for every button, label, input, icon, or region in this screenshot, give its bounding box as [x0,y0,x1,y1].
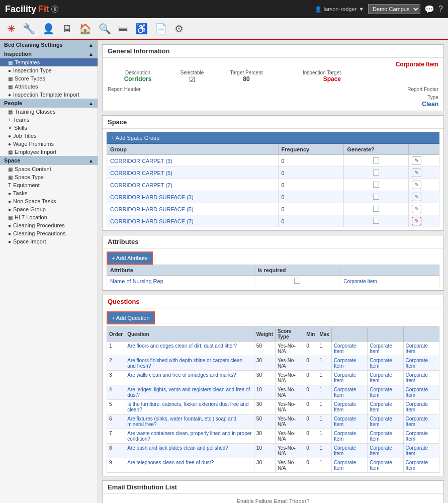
space-edit-btn[interactable]: ✎ [408,167,439,179]
sidebar-item-label-space-type: Space Type [15,174,44,180]
space-table-row: CORRIDOR HARD SURFACE (7) 0 ✎ [107,215,439,227]
add-question-btn[interactable]: + Add Question [107,311,155,324]
q-corp2: Corporate Item [368,385,403,400]
sidebar-item-wage-premiums[interactable]: ● Wage Premiums [0,140,98,148]
space-edit-btn[interactable]: ✎ [408,191,439,203]
toolbar: ✳ 🔧 👤 🖥 🏠 🔍 🛏 ♿ 📄 ⚙ [0,18,448,40]
col-generate: Generate? [344,144,409,155]
q-text: Are telephones clean and free of dust? [125,458,254,473]
sidebar-item-templates[interactable]: ▦ Templates [0,58,98,66]
sidebar-section-header-bed[interactable]: Bed Cleaning Settings ▲ [0,40,98,49]
toolbar-home2[interactable]: 🏠 [77,21,94,37]
report-footer-label: Report Footer [407,87,438,92]
q-col-max: Max [317,327,331,342]
toolbar-bed[interactable]: 🛏 [116,21,130,37]
questions-section: Questions + Add Question Order Question … [102,295,444,476]
sidebar-item-training-classes[interactable]: ▦ Training Classes [0,108,98,116]
toolbar-monitor[interactable]: 🖥 [60,21,74,37]
sidebar-item-skills[interactable]: ✕ Skills [0,124,98,132]
sidebar-item-job-titles[interactable]: ● Job Titles [0,132,98,140]
q-max: 1 [317,342,331,356]
sidebar-item-space-group[interactable]: ● Space Group [0,205,98,213]
space-generate-check[interactable] [344,215,409,227]
space-type-icon: ▦ [8,175,13,180]
edit-button[interactable]: ✎ [412,181,421,189]
edit-button[interactable]: ✎ [412,205,421,213]
general-info-section: General Information Corporate Item Descr… [102,44,444,111]
sidebar-item-equipment[interactable]: T Equipment [0,181,98,189]
help-icon[interactable]: ? [438,5,443,14]
space-group-name: CORRIDOR HARD SURFACE (3) [107,191,279,203]
space-edit-btn[interactable]: ✎ [408,203,439,215]
space-table-row: CORRIDOR HARD SURFACE (5) 0 ✎ [107,203,439,215]
toolbar-search[interactable]: 🔍 [97,21,113,37]
col-group: Group [107,144,279,155]
tasks-icon: ● [8,191,11,196]
sidebar-item-inspection-type[interactable]: ● Inspection Type [0,66,98,74]
toolbar-user[interactable]: 👤 [40,21,57,37]
sidebar-section-header-space[interactable]: Space ▲ [0,156,98,165]
attr-name: Name of Nursing Rep [107,276,254,287]
space-edit-btn[interactable]: ✎ [408,215,439,227]
q-col-min: Min [304,327,317,342]
space-generate-check[interactable] [344,179,409,191]
space-table: Group Frequency Generate? CORRIDOR CARPE… [107,144,439,227]
space-group-name: CORRIDOR HARD SURFACE (7) [107,215,279,227]
edit-button[interactable]: ✎ [412,217,421,225]
logo-facility: Facility [5,4,36,15]
toolbar-accessible[interactable]: ♿ [133,21,150,37]
sidebar-item-teams[interactable]: + Teams [0,116,98,124]
q-col-c1 [331,327,367,342]
attr-required-check[interactable] [254,276,340,287]
add-attribute-btn[interactable]: + Add Attribute [107,252,153,265]
sidebar-item-space-type[interactable]: ▦ Space Type [0,173,98,181]
sidebar-item-cleaning-procedures[interactable]: ● Cleaning Procedures [0,221,98,229]
selectable-checkbox[interactable]: ☑ [189,75,196,83]
toolbar-home[interactable]: ✳ [5,21,18,37]
edit-button[interactable]: ✎ [412,156,421,165]
sidebar-item-space-import[interactable]: ● Space Import [0,237,98,245]
space-generate-check[interactable] [344,167,409,179]
sidebar-item-hl7-location[interactable]: ▦ HL7 Location [0,213,98,221]
space-edit-btn[interactable]: ✎ [408,155,439,167]
space-table-row: CORRIDOR CARPET (5) 0 ✎ [107,167,439,179]
edit-button[interactable]: ✎ [412,169,421,177]
sidebar-section-header-inspection[interactable]: Inspection ▲ [0,49,98,58]
question-table-row: 4 Are ledges, lights, vents and register… [107,385,439,400]
chat-icon[interactable]: 💬 [424,5,434,14]
logo-info-icon: ℹ [51,6,58,13]
space-edit-btn[interactable]: ✎ [408,179,439,191]
sidebar-item-non-space-tasks[interactable]: ● Non Space Tasks [0,197,98,205]
q-order: 4 [107,385,125,400]
sidebar-item-inspection-template-import[interactable]: ● Inspection Template Import [0,91,98,99]
sidebar-item-label-teams: Teams [13,117,29,123]
q-max: 1 [317,429,331,444]
sidebar-item-score-types[interactable]: ▦ Score Types [0,74,98,82]
add-space-group-label: + Add Space Group [111,135,159,141]
space-generate-check[interactable] [344,155,409,167]
q-weight: 30 [254,356,275,371]
edit-button[interactable]: ✎ [412,193,421,201]
q-corp1: Corporate Item [331,356,367,371]
add-space-group-btn[interactable]: + Add Space Group [107,132,439,144]
sidebar-item-label-space-group: Space Group [13,206,46,212]
logo-fit: Fit [38,4,49,15]
campus-select[interactable]: Demo Campus [368,4,420,14]
sidebar-item-attributes[interactable]: ▦ Attributes [0,82,98,91]
sidebar-item-space-content[interactable]: ▦ Space Content [0,165,98,173]
wage-premiums-icon: ● [8,141,11,147]
sidebar-item-cleaning-precautions[interactable]: ● Cleaning Precautions [0,229,98,237]
q-max: 1 [317,458,331,473]
toolbar-wrench[interactable]: 🔧 [21,21,37,37]
q-corp1: Corporate Item [331,342,367,356]
toolbar-doc[interactable]: 📄 [153,21,169,37]
toolbar-settings[interactable]: ⚙ [172,21,186,37]
sidebar-section-header-people[interactable]: People ▲ [0,99,98,108]
space-generate-check[interactable] [344,203,409,215]
q-col-weight: Weight [254,327,275,342]
space-frequency: 0 [278,215,344,227]
space-generate-check[interactable] [344,191,409,203]
question-table-row: 8 Are push and kick plates clean and pol… [107,444,439,458]
sidebar-item-employee-import[interactable]: ▦ Employee Import [0,148,98,156]
sidebar-item-tasks[interactable]: ● Tasks [0,189,98,197]
